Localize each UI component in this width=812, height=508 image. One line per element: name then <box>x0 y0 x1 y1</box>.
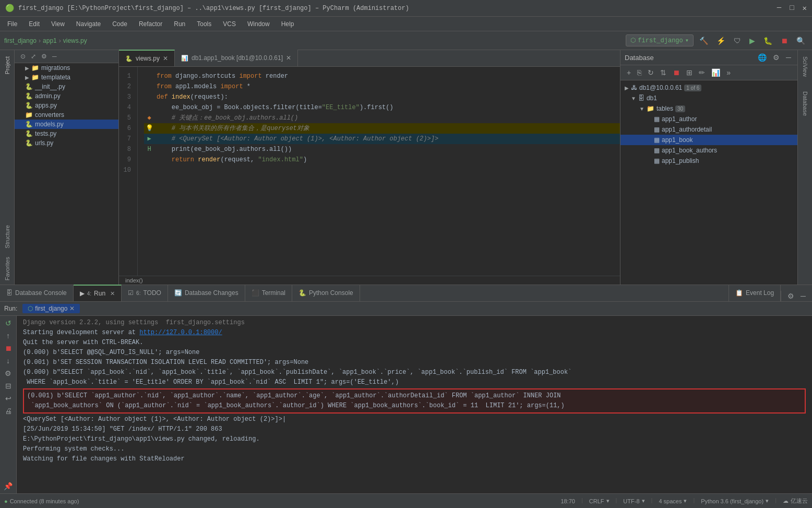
project-selector[interactable]: ⬡ first_django ▾ <box>626 34 694 46</box>
tree-item-admin[interactable]: 🐍 admin.py <box>15 91 118 101</box>
debug-button[interactable]: 🐛 <box>761 36 775 46</box>
code-editor[interactable]: 12345 678910 from django.shortcuts impor… <box>119 67 620 285</box>
seview-tab[interactable]: SciView <box>800 54 810 79</box>
status-line-col[interactable]: 18:70 <box>560 497 575 505</box>
db-tables-folder[interactable]: ▼ 📁 tables 30 <box>620 103 797 114</box>
status-cloud[interactable]: ☁ 亿速云 <box>783 497 808 505</box>
project-locate-button[interactable]: ⊙ <box>19 52 27 61</box>
tree-item-init[interactable]: 🐍 __init__.py <box>15 82 118 91</box>
pin-button[interactable]: 📌 <box>2 481 14 491</box>
menu-refactor[interactable]: Refactor <box>134 18 168 30</box>
stop-button[interactable]: ⏹ <box>778 36 791 46</box>
db-table-app1-book[interactable]: ▶ ▦ app1_book <box>620 135 797 145</box>
panel-settings-button[interactable]: ⚙ <box>785 291 796 301</box>
sidebar-project-tab[interactable]: Project <box>2 54 13 76</box>
db-add-button[interactable]: + <box>625 67 633 78</box>
status-python[interactable]: Python 3.6 (first_django) ▾ <box>701 497 769 505</box>
project-expand-button[interactable]: ⤢ <box>29 52 38 61</box>
status-encoding[interactable]: UTF-8 ▾ <box>623 497 644 505</box>
make-project-button[interactable]: 🔨 <box>697 36 711 46</box>
db-data-button[interactable]: 📊 <box>709 67 722 78</box>
output-content[interactable]: Django version 2.2.2, using settings fir… <box>17 316 812 493</box>
breadcrumb-file[interactable]: views.py <box>63 37 87 44</box>
menu-run[interactable]: Run <box>169 18 190 30</box>
build-button[interactable]: ⚡ <box>714 36 728 46</box>
scroll-down-button[interactable]: ↓ <box>5 356 11 366</box>
db-edit-button[interactable]: ✏ <box>697 67 707 78</box>
status-indent[interactable]: 4 spaces ▾ <box>659 497 687 505</box>
menu-tools[interactable]: Tools <box>192 18 217 30</box>
db-table-view-button[interactable]: ⊞ <box>684 67 695 78</box>
tab-todo[interactable]: ☑ 6: TODO <box>122 285 168 301</box>
run-coverage-button[interactable]: 🛡 <box>731 36 744 46</box>
menu-view[interactable]: View <box>46 18 70 30</box>
tab-terminal[interactable]: ⬛ Terminal <box>245 285 292 301</box>
db-settings-button[interactable]: ⚙ <box>771 52 782 63</box>
tree-item-templateta[interactable]: ▶ 📁 templateta <box>15 73 118 82</box>
db-more-button[interactable]: » <box>724 67 733 78</box>
run-button[interactable]: ▶ <box>747 36 758 46</box>
menu-navigate[interactable]: Navigate <box>71 18 106 30</box>
tab-run[interactable]: ▶ 4: Run ✕ <box>74 285 122 301</box>
wrap-button[interactable]: ↩ <box>4 393 13 404</box>
code-lines[interactable]: from django.shortcuts import render from… <box>138 67 620 276</box>
db-connection-item[interactable]: ▶ 🖧 db1@10.0.0.61 1 of 6 <box>620 82 797 93</box>
close-button[interactable]: ✕ <box>803 4 807 13</box>
settings-run-button[interactable]: ⚙ <box>3 368 13 379</box>
run-project-close[interactable]: ✕ <box>69 305 75 312</box>
run-project-tab[interactable]: ⬡ first_django ✕ <box>22 304 80 313</box>
run-tab-close[interactable]: ✕ <box>110 290 115 297</box>
tab-views-py[interactable]: 🐍 views.py ✕ <box>119 50 175 66</box>
sidebar-favorites-tab[interactable]: Favorites <box>2 255 13 282</box>
status-line-sep[interactable]: CRLF ▾ <box>589 497 610 505</box>
tree-item-apps[interactable]: 🐍 apps.py <box>15 101 118 110</box>
db-database-item[interactable]: ▼ 🗄 db1 <box>620 93 797 103</box>
menu-vcs[interactable]: VCS <box>218 18 241 30</box>
menu-file[interactable]: File <box>2 18 22 30</box>
maximize-button[interactable]: □ <box>790 4 794 13</box>
print-button[interactable]: 🖨 <box>3 406 14 416</box>
status-connection[interactable]: ● Connected (8 minutes ago) <box>4 498 79 504</box>
db-table-app1-publish[interactable]: ▶ ▦ app1_publish <box>620 156 797 166</box>
scroll-up-button[interactable]: ↑ <box>5 330 11 341</box>
tab-db1-book[interactable]: 📊 db1.app1_book [db1@10.0.0.61] ✕ <box>175 50 298 66</box>
db-copy-button[interactable]: ⎘ <box>635 67 643 78</box>
tab-database-console[interactable]: 🗄 Database Console <box>0 285 74 301</box>
db-table-app1-author[interactable]: ▶ ▦ app1_author <box>620 114 797 124</box>
stop-run-button[interactable]: ⏹ <box>3 343 14 353</box>
menu-edit[interactable]: Edit <box>23 18 45 30</box>
db-stop-button[interactable]: ⏹ <box>671 67 682 78</box>
menu-help[interactable]: Help <box>276 18 300 30</box>
code-content[interactable]: 12345 678910 from django.shortcuts impor… <box>119 67 620 276</box>
menu-window[interactable]: Window <box>242 18 275 30</box>
tab-event-log[interactable]: 📋 Event Log <box>729 285 781 301</box>
panel-close-button[interactable]: ─ <box>798 291 808 301</box>
window-controls[interactable]: ─ □ ✕ <box>777 4 807 13</box>
db-refresh-button[interactable]: ↻ <box>646 67 656 78</box>
database-side-tab[interactable]: Database <box>800 89 810 118</box>
tab-close-button[interactable]: ✕ <box>163 55 168 62</box>
sidebar-structure-tab[interactable]: Structure <box>2 223 13 251</box>
tree-item-converters[interactable]: 📁 converters <box>15 110 118 120</box>
tab-close-button[interactable]: ✕ <box>286 54 291 62</box>
filter-button[interactable]: ⊟ <box>4 381 13 391</box>
db-table-app1-authordetail[interactable]: ▶ ▦ app1_authordetail <box>620 124 797 135</box>
tab-database-changes[interactable]: 🔄 Database Changes <box>168 285 245 301</box>
project-settings-button[interactable]: ⚙ <box>40 52 49 61</box>
breadcrumb-project[interactable]: first_django <box>4 37 37 44</box>
tab-python-console[interactable]: 🐍 Python Console <box>292 285 360 301</box>
tree-item-tests[interactable]: 🐍 tests.py <box>15 129 118 138</box>
tree-item-models[interactable]: 🐍 models.py <box>15 120 118 129</box>
breadcrumb-app[interactable]: app1 <box>43 37 57 44</box>
project-minimize-button[interactable]: ─ <box>51 52 58 61</box>
tree-item-migrations[interactable]: ▶ 📁 migrations <box>15 63 118 73</box>
server-link[interactable]: http://127.0.0.1:8000/ <box>139 329 222 336</box>
tree-item-urls[interactable]: 🐍 urls.py <box>15 138 118 148</box>
search-everywhere-button[interactable]: 🔍 <box>794 36 808 46</box>
menu-code[interactable]: Code <box>107 18 133 30</box>
db-minimize-button[interactable]: ─ <box>784 52 793 63</box>
db-sync-button[interactable]: ⇅ <box>658 67 668 78</box>
db-table-app1-book-authors[interactable]: ▶ ▦ app1_book_authors <box>620 145 797 156</box>
db-refresh-all-button[interactable]: 🌐 <box>756 52 769 63</box>
restart-button[interactable]: ↺ <box>4 318 13 328</box>
